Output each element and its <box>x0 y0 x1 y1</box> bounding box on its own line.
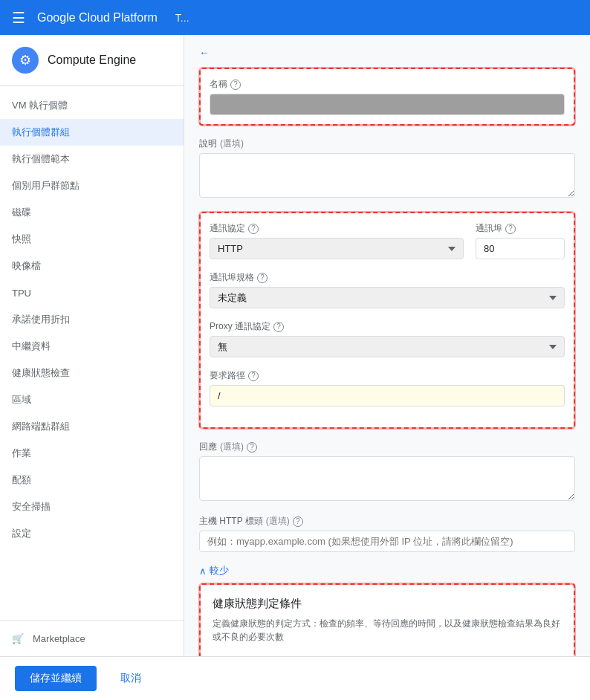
sidebar-item-zones[interactable]: 區域 <box>0 386 184 413</box>
protocol-label: 通訊協定 ? <box>210 222 464 235</box>
header-logo: Google Cloud Platform <box>37 11 158 25</box>
port-field: 通訊埠 ? <box>476 222 565 259</box>
check-interval-timeout-row: 檢查時間間隔 ? 秒 逾時間隔 ? 秒 <box>213 655 562 656</box>
protocol-field: 通訊協定 ? HTTP HTTPS HTTP/2 TCP SSL <box>210 222 464 259</box>
top-header: ☰ Google Cloud Platform T... <box>0 0 590 35</box>
sidebar-marketplace[interactable]: 🛒 Marketplace <box>0 627 184 650</box>
sidebar-title: Compute Engine <box>48 54 136 67</box>
sidebar-item-quotas-label: 配額 <box>12 473 31 487</box>
sidebar-item-network-endpoint-groups[interactable]: 網路端點群組 <box>0 413 184 440</box>
proxy-label: Proxy 通訊協定 ? <box>210 320 565 333</box>
response-field: 回應 (選填) ? <box>199 441 575 503</box>
sidebar-item-snapshots-label: 快照 <box>12 233 31 246</box>
form-panel: ← 名稱 ? 說明 (選填) 通訊協定 ? <box>184 35 590 656</box>
protocol-select[interactable]: HTTP HTTPS HTTP/2 TCP SSL <box>210 238 464 259</box>
port-label: 通訊埠 ? <box>476 222 565 235</box>
sidebar-item-disks-label: 磁碟 <box>12 206 31 219</box>
sidebar-item-quotas[interactable]: 配額 <box>0 467 184 493</box>
collapse-label: 較少 <box>210 564 229 577</box>
compute-engine-icon: ⚙ <box>12 47 39 74</box>
sidebar-bottom: 🛒 Marketplace <box>0 620 184 656</box>
port-spec-label: 通訊埠規格 ? <box>210 271 565 284</box>
health-criteria-title: 健康狀態判定條件 <box>213 597 562 611</box>
check-interval-field: 檢查時間間隔 ? 秒 <box>213 655 381 656</box>
collapse-link[interactable]: ∧ 較少 <box>199 564 575 577</box>
health-criteria-container: 健康狀態判定條件 定義健康狀態的判定方式：檢查的頻率、等待回應的時間，以及健康狀… <box>199 583 575 656</box>
port-spec-select[interactable]: 未定義 USE_FIXED_PORT USE_NAMED_PORT USE_SE… <box>210 287 565 308</box>
menu-icon[interactable]: ☰ <box>12 9 25 27</box>
port-help-icon[interactable]: ? <box>505 224 516 234</box>
name-label: 名稱 ? <box>210 78 565 91</box>
sidebar-item-instance-groups[interactable]: 執行個體群組 <box>0 119 184 146</box>
port-spec-help-icon[interactable]: ? <box>257 273 268 283</box>
sidebar-item-health-checks[interactable]: 健康狀態檢查 <box>0 360 184 386</box>
sidebar-item-vm-label: VM 執行個體 <box>12 99 68 112</box>
sidebar-item-committed-use[interactable]: 承諾使用折扣 <box>0 306 184 333</box>
sidebar-item-metadata[interactable]: 中繼資料 <box>0 333 184 360</box>
name-input[interactable] <box>210 94 565 115</box>
header-project[interactable]: T... <box>175 12 189 24</box>
request-path-help-icon[interactable]: ? <box>248 371 259 381</box>
request-path-input[interactable] <box>210 385 565 406</box>
host-header-help-icon[interactable]: ? <box>293 516 303 527</box>
sidebar-item-security-scanning[interactable]: 安全掃描 <box>0 493 184 520</box>
request-path-field: 要求路徑 ? <box>210 369 565 406</box>
request-path-label: 要求路徑 ? <box>210 369 565 382</box>
sidebar-item-committed-use-label: 承諾使用折扣 <box>12 313 70 326</box>
sidebar-item-health-checks-label: 健康狀態檢查 <box>12 366 70 380</box>
sidebar-item-vm[interactable]: VM 執行個體 <box>0 92 184 119</box>
protocol-help-icon[interactable]: ? <box>248 224 259 234</box>
sidebar-item-metadata-label: 中繼資料 <box>12 340 51 353</box>
sidebar-item-instance-groups-label: 執行個體群組 <box>12 126 70 139</box>
sidebar-item-tpu-label: TPU <box>12 288 31 299</box>
cancel-button[interactable]: 取消 <box>106 666 156 691</box>
sidebar-item-images-label: 映像檔 <box>12 259 41 273</box>
description-label: 說明 (選填) <box>199 137 575 150</box>
sidebar-item-disks[interactable]: 磁碟 <box>0 199 184 226</box>
health-criteria-desc: 定義健康狀態的判定方式：檢查的頻率、等待回應的時間，以及健康狀態檢查結果為良好或… <box>213 617 562 644</box>
marketplace-label: Marketplace <box>33 633 85 644</box>
host-header-label: 主機 HTTP 標頭 (選填) ? <box>199 515 575 528</box>
sidebar-item-sole-tenant-label: 個別用戶群節點 <box>12 179 80 192</box>
sidebar-item-instance-templates[interactable]: 執行個體範本 <box>0 146 184 172</box>
bottom-bar: 儲存並繼續 取消 <box>0 656 590 700</box>
proxy-help-icon[interactable]: ? <box>273 322 284 332</box>
port-input[interactable] <box>476 238 565 259</box>
sidebar-item-settings-label: 設定 <box>12 527 31 540</box>
sidebar-item-instance-templates-label: 執行個體範本 <box>12 152 70 166</box>
sidebar-item-sole-tenant[interactable]: 個別用戶群節點 <box>0 172 184 199</box>
timeout-field: 逾時間隔 ? 秒 <box>393 655 562 656</box>
sidebar-nav: VM 執行個體 執行個體群組 執行個體範本 個別用戶群節點 磁碟 快照 映像檔 … <box>0 86 184 553</box>
main-area: ⚙ Compute Engine VM 執行個體 執行個體群組 執行個體範本 個… <box>0 35 590 656</box>
name-help-icon[interactable]: ? <box>230 80 241 90</box>
name-field-container: 名稱 ? <box>199 68 575 126</box>
sidebar-item-settings[interactable]: 設定 <box>0 520 184 547</box>
proxy-select[interactable]: 無 NONE PROXY_V1 <box>210 336 565 357</box>
sidebar-item-images[interactable]: 映像檔 <box>0 253 184 279</box>
sidebar-item-snapshots[interactable]: 快照 <box>0 226 184 253</box>
sidebar-header: ⚙ Compute Engine <box>0 35 184 86</box>
save-button[interactable]: 儲存並繼續 <box>15 666 97 691</box>
response-input[interactable] <box>199 456 575 501</box>
response-label: 回應 (選填) ? <box>199 441 575 453</box>
host-header-input[interactable] <box>199 531 575 552</box>
sidebar-item-tpu[interactable]: TPU <box>0 279 184 306</box>
marketplace-icon: 🛒 <box>12 633 24 644</box>
sidebar-item-operations-label: 作業 <box>12 447 31 460</box>
host-header-field: 主機 HTTP 標頭 (選填) ? <box>199 515 575 552</box>
proxy-field: Proxy 通訊協定 ? 無 NONE PROXY_V1 <box>210 320 565 357</box>
protocol-port-container: 通訊協定 ? HTTP HTTPS HTTP/2 TCP SSL 通訊埠 ? <box>199 212 575 429</box>
sidebar-item-operations[interactable]: 作業 <box>0 440 184 467</box>
description-field: 說明 (選填) <box>199 137 575 200</box>
collapse-chevron-icon: ∧ <box>199 565 207 577</box>
response-help-icon[interactable]: ? <box>247 442 257 453</box>
sidebar-item-zones-label: 區域 <box>12 393 31 406</box>
port-spec-field: 通訊埠規格 ? 未定義 USE_FIXED_PORT USE_NAMED_POR… <box>210 271 565 308</box>
back-icon: ← <box>199 47 210 59</box>
back-button[interactable]: ← <box>199 47 575 59</box>
description-input[interactable] <box>199 153 575 198</box>
sidebar-item-neg-label: 網路端點群組 <box>12 420 70 433</box>
protocol-port-row: 通訊協定 ? HTTP HTTPS HTTP/2 TCP SSL 通訊埠 ? <box>210 222 565 271</box>
sidebar-item-security-label: 安全掃描 <box>12 500 51 513</box>
sidebar: ⚙ Compute Engine VM 執行個體 執行個體群組 執行個體範本 個… <box>0 35 184 656</box>
